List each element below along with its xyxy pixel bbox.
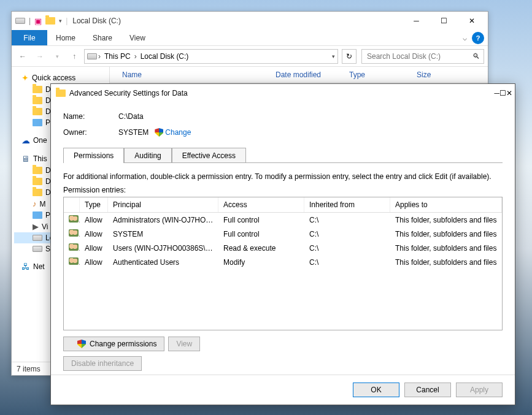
dialog-actions: OK Cancel Apply xyxy=(51,375,515,405)
cancel-button[interactable]: Cancel xyxy=(404,383,451,397)
ribbon-expand-icon[interactable]: ⌵ xyxy=(457,30,472,45)
drive-icon xyxy=(33,246,42,252)
separator-icon: | xyxy=(66,17,67,25)
view-tab[interactable]: View xyxy=(121,30,154,45)
address-dropdown-icon[interactable]: ▾ xyxy=(332,53,335,59)
address-bar[interactable]: › This PC › Local Disk (C:) ▾ xyxy=(84,49,338,64)
permission-row[interactable]: AllowSYSTEMFull controlC:\This folder, s… xyxy=(64,227,502,241)
permission-row[interactable]: AllowAdministrators (WIN-OJ7HO0...Full c… xyxy=(64,213,502,227)
share-tab[interactable]: Share xyxy=(84,30,121,45)
users-icon xyxy=(69,215,79,223)
ribbon-tabs: File Home Share View ⌵ ? xyxy=(12,30,488,46)
refresh-button[interactable]: ↻ xyxy=(342,49,357,64)
column-name[interactable]: Name xyxy=(122,70,276,79)
header-inherited[interactable]: Inherited from xyxy=(304,197,390,212)
history-dropdown-icon[interactable]: ▾ xyxy=(50,49,64,64)
forward-button[interactable]: → xyxy=(33,49,47,64)
help-icon[interactable]: ? xyxy=(472,32,484,44)
chevron-right-icon[interactable]: › xyxy=(97,52,102,61)
change-permissions-button[interactable]: Change permissions xyxy=(63,337,164,351)
shield-icon xyxy=(155,128,163,137)
instruction-text: For additional information, double-click… xyxy=(63,172,503,181)
tab-effective-access[interactable]: Effective Access xyxy=(172,148,246,163)
security-dialog: Advanced Security Settings for Data ─ ☐ … xyxy=(50,83,515,405)
network-icon: 🖧 xyxy=(21,262,30,272)
owner-value: SYSTEM xyxy=(118,128,148,137)
cell-type: Allow xyxy=(80,243,108,254)
tree-quick-access[interactable]: ✦Quick access xyxy=(14,72,107,84)
drive-icon xyxy=(87,53,97,59)
column-size[interactable]: Size xyxy=(417,70,431,79)
maximize-button[interactable]: ☐ xyxy=(499,89,506,97)
cell-principal: SYSTEM xyxy=(108,229,218,240)
tree-label: This xyxy=(33,154,47,163)
home-tab[interactable]: Home xyxy=(47,30,84,45)
grid-header: Type Principal Access Inherited from App… xyxy=(64,197,502,213)
users-icon xyxy=(69,229,79,237)
cell-access: Read & execute xyxy=(218,243,304,254)
column-date[interactable]: Date modified xyxy=(276,70,349,79)
properties-icon[interactable]: ▣ xyxy=(34,17,42,26)
cell-principal: Authenticated Users xyxy=(108,257,218,268)
breadcrumb-thispc[interactable]: This PC xyxy=(102,52,133,61)
header-applies[interactable]: Applies to xyxy=(390,197,502,212)
close-button[interactable]: ✕ xyxy=(506,89,512,97)
cell-applies: This folder, subfolders and files xyxy=(390,257,502,268)
folder-icon xyxy=(33,189,42,196)
search-icon[interactable]: 🔍︎ xyxy=(472,52,480,61)
header-access[interactable]: Access xyxy=(218,197,304,212)
owner-row: Owner: SYSTEM Change xyxy=(63,128,503,137)
minimize-button[interactable]: ─ xyxy=(403,12,430,29)
search-box[interactable]: 🔍︎ xyxy=(361,49,484,64)
cell-principal: Administrators (WIN-OJ7HO0... xyxy=(108,215,218,226)
cell-type: Allow xyxy=(80,215,108,226)
cell-inherited: C:\ xyxy=(304,229,390,240)
tree-label: Quick access xyxy=(32,74,75,82)
chevron-right-icon[interactable]: › xyxy=(133,52,138,61)
tab-auditing[interactable]: Auditing xyxy=(124,148,171,163)
entries-label: Permission entries: xyxy=(63,186,503,194)
permission-grid: Type Principal Access Inherited from App… xyxy=(63,197,503,330)
column-type[interactable]: Type xyxy=(349,70,417,79)
drive-icon xyxy=(15,18,25,24)
search-input[interactable] xyxy=(366,51,480,61)
breadcrumb-location[interactable]: Local Disk (C:) xyxy=(138,52,191,61)
cell-access: Full control xyxy=(218,229,304,240)
cell-type: Allow xyxy=(80,257,108,268)
name-row: Name: C:\Data xyxy=(63,112,503,121)
dialog-title: Advanced Security Settings for Data xyxy=(69,89,188,97)
back-button[interactable]: ← xyxy=(15,49,30,64)
name-value: C:\Data xyxy=(118,112,144,121)
header-principal[interactable]: Principal xyxy=(108,197,218,212)
cell-applies: This folder, subfolders and files xyxy=(390,215,502,226)
cell-access: Modify xyxy=(218,257,304,268)
folder-icon xyxy=(33,97,42,104)
pc-icon: 🖥 xyxy=(21,154,30,164)
maximize-button[interactable]: ☐ xyxy=(430,12,458,29)
view-button[interactable]: View xyxy=(168,337,200,351)
permission-row[interactable]: AllowAuthenticated UsersModifyC:\This fo… xyxy=(64,255,502,269)
users-icon xyxy=(69,243,79,251)
tab-permissions[interactable]: Permissions xyxy=(63,148,124,163)
file-tab[interactable]: File xyxy=(12,30,47,45)
cell-principal: Users (WIN-OJ7HO00386S\Us... xyxy=(108,243,218,254)
minimize-button[interactable]: ─ xyxy=(494,89,499,97)
qat-dropdown-icon[interactable]: ▾ xyxy=(59,18,62,24)
up-button[interactable]: ↑ xyxy=(67,49,82,64)
permission-row[interactable]: AllowUsers (WIN-OJ7HO00386S\Us...Read & … xyxy=(64,241,502,255)
owner-label: Owner: xyxy=(63,128,118,137)
folder-icon xyxy=(33,108,42,115)
close-button[interactable]: ✕ xyxy=(458,12,485,29)
header-type[interactable]: Type xyxy=(80,197,108,212)
disable-inheritance-button[interactable]: Disable inheritance xyxy=(63,356,142,371)
new-folder-icon[interactable] xyxy=(45,17,55,25)
cell-applies: This folder, subfolders and files xyxy=(390,229,502,240)
ok-button[interactable]: OK xyxy=(353,383,399,397)
change-owner-link[interactable]: Change xyxy=(165,128,191,137)
pictures-icon xyxy=(33,211,42,219)
tree-label: Vi xyxy=(42,223,48,231)
navigation-bar: ← → ▾ ↑ › This PC › Local Disk (C:) ▾ ↻ … xyxy=(12,46,488,67)
tree-label: M xyxy=(40,200,46,208)
apply-button[interactable]: Apply xyxy=(456,383,503,397)
dialog-titlebar: Advanced Security Settings for Data ─ ☐ … xyxy=(51,84,515,102)
